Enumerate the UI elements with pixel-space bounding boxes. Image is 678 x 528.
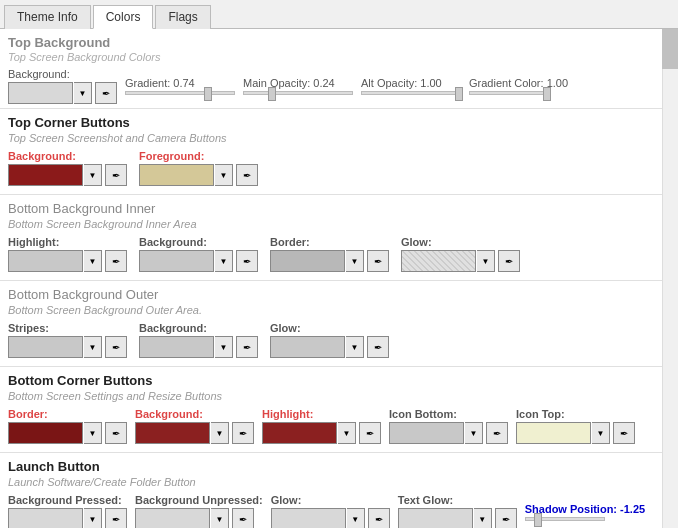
bottom-bg-outer-subtitle: Bottom Screen Background Outer Area. (8, 304, 654, 316)
eyedropper-icon-8: ✒ (112, 342, 120, 353)
field-bcb-background: Background: ▼ ✒ (135, 408, 254, 444)
bbo-background-dropdown-btn[interactable]: ▼ (215, 336, 233, 358)
background-eyedropper-btn[interactable]: ✒ (95, 82, 117, 104)
background-dropdown-btn[interactable]: ▼ (74, 82, 92, 104)
tcb-foreground-eyedropper-btn[interactable]: ✒ (236, 164, 258, 186)
bbi-background-color-box[interactable] (139, 250, 214, 272)
gradient-color-slider-container[interactable] (469, 91, 549, 95)
main-opacity-slider-container[interactable] (243, 91, 353, 95)
bcb-icon-bottom-eyedropper-btn[interactable]: ✒ (486, 422, 508, 444)
lb-text-glow-dropdown-btn[interactable]: ▼ (474, 508, 492, 528)
bcb-icon-top-dropdown-btn[interactable]: ▼ (592, 422, 610, 444)
bcb-border-eyedropper-btn[interactable]: ✒ (105, 422, 127, 444)
bbo-glow-color-box[interactable] (270, 336, 345, 358)
bcb-background-eyedropper-btn[interactable]: ✒ (232, 422, 254, 444)
bbi-glow-dropdown-btn[interactable]: ▼ (477, 250, 495, 272)
bcb-highlight-color-box[interactable] (262, 422, 337, 444)
tcb-background-color-box[interactable] (8, 164, 83, 186)
tcb-background-dropdown-btn[interactable]: ▼ (84, 164, 102, 186)
bcb-icon-bottom-color-box[interactable] (389, 422, 464, 444)
gradient-slider-container[interactable] (125, 91, 235, 95)
section-bottom-bg-inner: Bottom Background Inner Bottom Screen Ba… (0, 195, 662, 281)
field-gradient-color: Gradient Color: 1.00 (469, 77, 568, 95)
lb-bg-pressed-color-box[interactable] (8, 508, 83, 528)
bcb-border-color-box[interactable] (8, 422, 83, 444)
bcb-background-color-box[interactable] (135, 422, 210, 444)
field-lb-shadow-position-label: Shadow Position: -1.25 (525, 503, 645, 515)
chevron-icon-7: ▼ (482, 257, 490, 266)
field-bbi-highlight-label: Highlight: (8, 236, 127, 248)
bbi-highlight-dropdown-btn[interactable]: ▼ (84, 250, 102, 272)
section-bottom-bg-outer: Bottom Background Outer Bottom Screen Ba… (0, 281, 662, 367)
field-bcb-border-label: Border: (8, 408, 127, 420)
bbi-glow-color-box[interactable] (401, 250, 476, 272)
bcb-border-dropdown-btn[interactable]: ▼ (84, 422, 102, 444)
lb-text-glow-color-box[interactable] (398, 508, 473, 528)
bbi-background-dropdown-btn[interactable]: ▼ (215, 250, 233, 272)
bcb-highlight-eyedropper-btn[interactable]: ✒ (359, 422, 381, 444)
bbo-glow-dropdown-btn[interactable]: ▼ (346, 336, 364, 358)
field-bcb-icon-bottom-label: Icon Bottom: (389, 408, 508, 420)
launch-button-title: Launch Button (8, 459, 654, 474)
lb-bg-unpressed-dropdown-btn[interactable]: ▼ (211, 508, 229, 528)
bbi-glow-eyedropper-btn[interactable]: ✒ (498, 250, 520, 272)
background-color-box[interactable] (8, 82, 73, 104)
section-bottom-corner-buttons: Bottom Corner Buttons Bottom Screen Sett… (0, 367, 662, 453)
bcb-background-dropdown-btn[interactable]: ▼ (211, 422, 229, 444)
bbo-stripes-dropdown-btn[interactable]: ▼ (84, 336, 102, 358)
launch-button-subtitle: Launch Software/Create Folder Button (8, 476, 654, 488)
tcb-background-eyedropper-btn[interactable]: ✒ (105, 164, 127, 186)
bottom-bg-inner-subtitle: Bottom Screen Background Inner Area (8, 218, 654, 230)
eyedropper-icon-16: ✒ (112, 514, 120, 525)
bcb-icon-bottom-dropdown-btn[interactable]: ▼ (465, 422, 483, 444)
main-opacity-slider-thumb (268, 87, 276, 101)
scrollbar-thumb[interactable] (662, 29, 678, 69)
bcb-icon-top-color-box[interactable] (516, 422, 591, 444)
chevron-icon-10: ▼ (351, 343, 359, 352)
lb-glow-color-box[interactable] (271, 508, 346, 528)
bcb-icon-top-eyedropper-btn[interactable]: ✒ (613, 422, 635, 444)
lb-glow-dropdown-btn[interactable]: ▼ (347, 508, 365, 528)
lb-bg-unpressed-color-box[interactable] (135, 508, 210, 528)
bbo-background-color-box[interactable] (139, 336, 214, 358)
field-lb-text-glow-label: Text Glow: (398, 494, 517, 506)
scrollbar-track[interactable] (662, 29, 678, 528)
top-background-title: Top Background (8, 35, 654, 50)
field-lb-bg-unpressed-label: Background Unpressed: (135, 494, 263, 506)
bbi-highlight-eyedropper-btn[interactable]: ✒ (105, 250, 127, 272)
lb-bg-unpressed-eyedropper-btn[interactable]: ✒ (232, 508, 254, 528)
tab-theme-info[interactable]: Theme Info (4, 5, 91, 29)
top-corner-buttons-title: Top Corner Buttons (8, 115, 654, 130)
bcb-highlight-dropdown-btn[interactable]: ▼ (338, 422, 356, 444)
bbi-border-color-box[interactable] (270, 250, 345, 272)
lb-bg-pressed-dropdown-btn[interactable]: ▼ (84, 508, 102, 528)
bbi-background-eyedropper-btn[interactable]: ✒ (236, 250, 258, 272)
lb-text-glow-eyedropper-btn[interactable]: ✒ (495, 508, 517, 528)
bbi-highlight-color-box[interactable] (8, 250, 83, 272)
bbo-glow-eyedropper-btn[interactable]: ✒ (367, 336, 389, 358)
tab-colors[interactable]: Colors (93, 5, 154, 29)
eyedropper-icon-4: ✒ (112, 256, 120, 267)
alt-opacity-slider-container[interactable] (361, 91, 461, 95)
lb-bg-pressed-eyedropper-btn[interactable]: ✒ (105, 508, 127, 528)
chevron-icon-13: ▼ (343, 429, 351, 438)
bbi-highlight-color-row: ▼ ✒ (8, 250, 127, 272)
bbo-background-eyedropper-btn[interactable]: ✒ (236, 336, 258, 358)
lb-shadow-slider-container[interactable] (525, 517, 605, 521)
top-corner-buttons-fields: Background: ▼ ✒ Foreground: ▼ ✒ (8, 150, 654, 186)
bcb-background-color-row: ▼ ✒ (135, 422, 254, 444)
field-bbi-border-label: Border: (270, 236, 389, 248)
bbo-stripes-eyedropper-btn[interactable]: ✒ (105, 336, 127, 358)
field-bcb-highlight-label: Highlight: (262, 408, 381, 420)
tcb-foreground-dropdown-btn[interactable]: ▼ (215, 164, 233, 186)
field-bbi-glow: Glow: ▼ ✒ (401, 236, 520, 272)
tcb-foreground-color-box[interactable] (139, 164, 214, 186)
bbi-border-eyedropper-btn[interactable]: ✒ (367, 250, 389, 272)
bbo-stripes-color-box[interactable] (8, 336, 83, 358)
eyedropper-icon-10: ✒ (374, 342, 382, 353)
field-lb-bg-unpressed: Background Unpressed: ▼ ✒ (135, 494, 263, 528)
lb-glow-eyedropper-btn[interactable]: ✒ (368, 508, 390, 528)
tab-flags[interactable]: Flags (155, 5, 210, 29)
bbi-border-dropdown-btn[interactable]: ▼ (346, 250, 364, 272)
field-background-label: Background: (8, 68, 117, 80)
